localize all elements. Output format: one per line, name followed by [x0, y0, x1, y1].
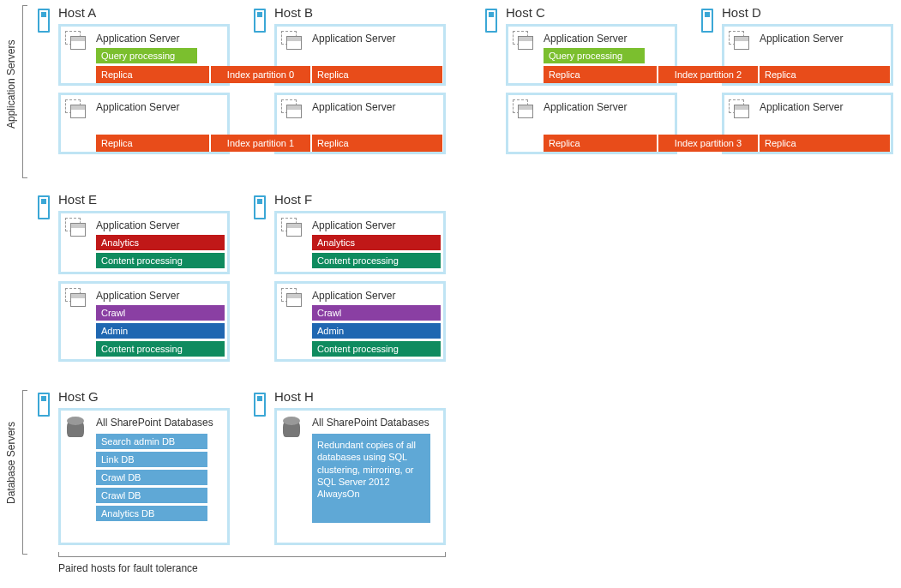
app-server-title: Application Server — [544, 101, 627, 113]
vm-icon — [513, 99, 535, 120]
host-label-c: Host C — [506, 5, 545, 20]
component-content: Content processing — [312, 253, 441, 268]
app-server-title: Application Server — [96, 219, 179, 231]
component-content: Content processing — [312, 341, 441, 357]
db-crawl1: Crawl DB — [96, 470, 207, 485]
component-admin: Admin — [96, 323, 225, 339]
vm-icon — [65, 218, 87, 238]
component-content: Content processing — [96, 253, 225, 268]
vm-icon — [65, 288, 87, 309]
db-redundant-note: Redundant copies of all databases using … — [312, 434, 430, 523]
server-icon — [38, 393, 50, 417]
section-label-app: Application Servers — [5, 17, 17, 129]
vm-icon — [729, 31, 751, 51]
db-search-admin: Search admin DB — [96, 434, 207, 449]
server-icon — [701, 9, 713, 33]
server-icon — [254, 195, 266, 219]
replica-b1: Replica — [312, 66, 442, 83]
replica-a1: Replica — [96, 66, 209, 83]
vm-icon — [513, 31, 535, 51]
app-server-title: Application Server — [760, 33, 843, 45]
db-analytics: Analytics DB — [96, 506, 207, 521]
vm-icon — [729, 99, 751, 120]
app-server-title: Application Server — [312, 101, 395, 113]
host-label-f: Host F — [274, 192, 312, 207]
component-query: Query processing — [96, 48, 197, 63]
app-server-title: Application Server — [760, 101, 843, 113]
app-server-title: Application Server — [96, 290, 179, 302]
db-title: All SharePoint Databases — [96, 417, 213, 429]
section-label-db: Database Servers — [5, 401, 17, 504]
replica-c1: Replica — [544, 66, 657, 83]
component-query: Query processing — [544, 48, 645, 63]
component-content: Content processing — [96, 341, 225, 357]
index-partition-3: Index partition 3 — [658, 135, 758, 152]
vm-icon — [281, 288, 303, 309]
vm-icon — [281, 31, 303, 51]
host-label-e: Host E — [58, 192, 97, 207]
index-partition-0: Index partition 0 — [211, 66, 310, 83]
caption: Paired hosts for fault tolerance — [58, 562, 198, 574]
component-analytics: Analytics — [96, 235, 225, 250]
server-icon — [254, 9, 266, 33]
server-icon — [38, 195, 50, 219]
component-admin: Admin — [312, 323, 441, 339]
section-bracket-app — [22, 5, 27, 178]
replica-b2: Replica — [312, 135, 442, 152]
index-partition-2: Index partition 2 — [658, 66, 758, 83]
app-server-title: Application Server — [96, 101, 179, 113]
replica-d1: Replica — [760, 66, 890, 83]
app-server-title: Application Server — [96, 33, 179, 45]
database-icon — [67, 417, 84, 439]
vm-icon — [281, 218, 303, 238]
host-label-b: Host B — [274, 5, 313, 20]
db-crawl2: Crawl DB — [96, 488, 207, 503]
component-analytics: Analytics — [312, 235, 441, 250]
vm-icon — [281, 99, 303, 120]
component-crawl: Crawl — [312, 305, 441, 321]
section-bracket-db — [22, 390, 27, 555]
app-server-title: Application Server — [312, 290, 395, 302]
bottom-bracket — [58, 552, 446, 557]
host-label-a: Host A — [58, 5, 96, 20]
host-label-g: Host G — [58, 389, 99, 404]
db-link: Link DB — [96, 452, 207, 467]
host-label-h: Host H — [274, 389, 314, 404]
server-icon — [254, 393, 266, 417]
component-crawl: Crawl — [96, 305, 225, 321]
db-title: All SharePoint Databases — [312, 417, 429, 429]
vm-icon — [65, 31, 87, 51]
database-icon — [283, 417, 300, 439]
app-server-title: Application Server — [544, 33, 627, 45]
server-icon — [485, 9, 497, 33]
replica-d2: Replica — [760, 135, 890, 152]
vm-icon — [65, 99, 87, 120]
replica-c2: Replica — [544, 135, 657, 152]
app-server-title: Application Server — [312, 33, 395, 45]
host-label-d: Host D — [722, 5, 761, 20]
server-icon — [38, 9, 50, 33]
index-partition-1: Index partition 1 — [211, 135, 310, 152]
replica-a2: Replica — [96, 135, 209, 152]
app-server-title: Application Server — [312, 219, 395, 231]
